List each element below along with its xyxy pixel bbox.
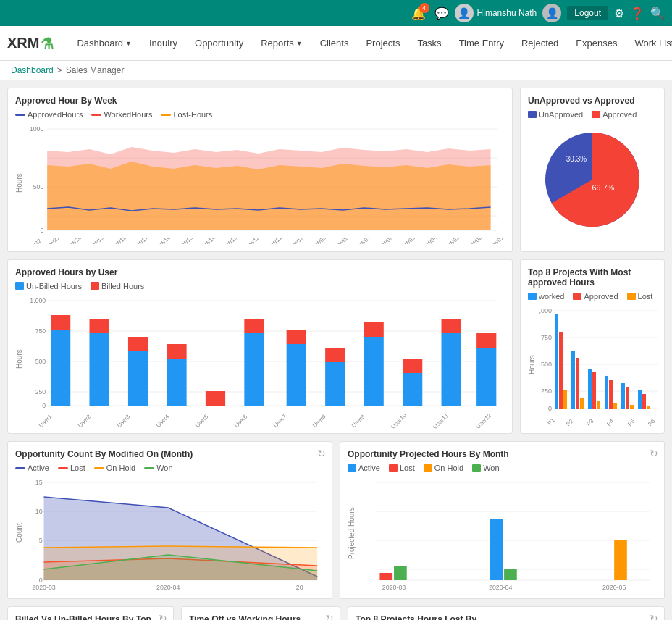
legend-proj-onhold: On Hold [424,464,463,472]
nav-expenses[interactable]: Expenses [567,26,626,61]
approved-by-user-legend: Un-Billed Hours Billed Hours [15,282,505,290]
top8-lost-title: Top 8 Projects Hours Lost By [356,614,657,620]
top8-projects-card: Top 8 Projects With Most approved Hours … [520,259,665,434]
nav-worklist[interactable]: Work List [626,26,672,61]
top-bar: 🔔 4 💬 👤 Himanshu Nath 👤 Logout ⚙ ❓ 🔍 [0,0,672,26]
legend-unapproved: UnApproved [528,110,583,119]
refresh-icon[interactable]: ↻ [317,448,326,459]
svg-text:2020-05: 2020-05 [602,584,626,591]
nav-reports[interactable]: Reports ▼ [252,26,311,61]
opp-projected-card: ↻ Opportunity Projected Hours By Month A… [340,441,665,599]
svg-rect-58 [605,376,608,409]
legend-approved-label: Approved [602,110,637,119]
pie-svg: 69.7% 30.3% [534,122,650,238]
legend-approved-hours: ApprovedHours [15,110,83,119]
x-axis-labels: W22 W21 W20 W19 W18 W17 W16 W15 W14 W13 … [26,238,505,244]
svg-rect-64 [638,390,642,409]
logo[interactable]: XRM ⚗ [7,35,54,52]
notification-badge: 4 [419,3,429,13]
svg-text:750: 750 [35,327,46,335]
search-icon[interactable]: 🔍 [650,7,665,20]
opp-proj-svg: 2020-03 2020-04 2020-05 [358,475,657,591]
legend-top8-lost-lbl: Lost [638,292,653,301]
breadcrumb: Dashboard > Sales Manager [0,61,672,80]
legend-proj-active-box [348,464,356,472]
opp-proj-body: Projected Hours [348,475,657,591]
top8-x-labels: P1 P2 P3 P4 P5 P6 [539,419,662,426]
nav-projects[interactable]: Projects [357,26,408,61]
time-off-refresh[interactable]: ↻ [325,613,334,620]
svg-rect-50 [559,332,563,409]
svg-text:2020-04: 2020-04 [156,584,180,591]
svg-rect-28 [287,330,306,344]
time-off-card: ↻ Time Off vs Working Hours Time Off Wor… [181,606,340,620]
settings-icon[interactable]: ⚙ [614,7,624,20]
svg-text:2020-03: 2020-03 [382,584,406,591]
svg-text:250: 250 [35,388,46,395]
chevron-down-icon: ▼ [296,40,303,47]
unapproved-vs-approved-card: UnApproved vs Approved UnApproved Approv… [520,88,665,252]
svg-rect-38 [476,333,496,348]
opp-count-area: 15 10 5 0 [26,475,324,591]
approved-by-user-body: Hours 1,000 750 500 250 0 [15,293,505,424]
svg-rect-92 [614,540,627,580]
chat-icon[interactable]: 💬 [434,7,449,20]
svg-rect-19 [89,319,109,333]
svg-text:0: 0 [548,405,552,412]
bar-billed [51,315,70,330]
breadcrumb-sep: > [57,65,62,75]
nav-inquiry[interactable]: Inquiry [140,26,186,61]
y-axis-label: Hours [15,293,23,424]
top8-title: Top 8 Projects With Most approved Hours [528,267,657,288]
bar-unbilled [51,330,70,406]
svg-text:500: 500 [541,361,552,368]
legend-approved-box [592,111,600,118]
svg-text:2020-04: 2020-04 [489,584,512,591]
nav-rejected[interactable]: Rejected [513,26,567,61]
legend-won: Won [144,464,172,472]
nav-tasks[interactable]: Tasks [408,26,450,61]
svg-text:20: 20 [296,584,303,591]
breadcrumb-home[interactable]: Dashboard [11,65,54,75]
top8-lost-card: ↻ Top 8 Projects Hours Lost By worked Ap… [348,606,665,620]
svg-rect-53 [576,358,579,409]
legend-billed-label: Billed Hours [101,282,144,290]
nav-clients[interactable]: Clients [311,26,358,61]
svg-text:10: 10 [35,508,43,515]
legend-worked-label: WorkedHours [104,110,152,119]
legend-lost-dot [58,467,68,469]
opportunity-count-title: Opportunity Count By Modified On (Month) [15,449,324,459]
approved-by-user-area: 1,000 750 500 250 0 [26,293,505,424]
notification-icon[interactable]: 🔔 4 [411,7,426,20]
logo-text: XRM [7,35,39,51]
logout-button[interactable]: Logout [567,6,608,20]
user-avatar-icon[interactable]: 👤 [542,4,561,22]
approved-hour-week-body: Hours 1000 500 0 [15,122,505,244]
approved-hour-week-title: Approved Hour By Week [15,96,505,106]
legend-active-dot [15,467,25,469]
svg-rect-36 [442,319,461,333]
billed-refresh[interactable]: ↻ [159,613,167,620]
user-info: 👤 Himanshu Nath [455,4,537,22]
chevron-down-icon: ▼ [125,40,132,47]
nav-time-entry[interactable]: Time Entry [450,26,513,61]
legend-worked-dot [91,114,101,116]
opp-projected-refresh[interactable]: ↻ [650,448,658,459]
avatar: 👤 [455,4,474,22]
svg-rect-24 [206,391,225,406]
svg-rect-32 [364,322,384,337]
row-1: Approved Hour By Week ApprovedHours Work… [7,88,665,252]
svg-rect-59 [609,380,613,409]
svg-rect-62 [626,387,629,409]
legend-top8-approved-lbl: Approved [584,292,618,301]
legend-top8-lost: Lost [627,292,653,301]
nav-opportunity[interactable]: Opportunity [186,26,252,61]
opp-count-svg: 15 10 5 0 [26,475,324,591]
svg-rect-51 [563,390,567,409]
legend-lost-hours: Lost-Hours [161,110,212,119]
top8-lost-refresh[interactable]: ↻ [650,613,658,620]
nav-dashboard[interactable]: Dashboard ▼ [68,26,140,61]
help-icon[interactable]: ❓ [630,7,644,20]
legend-top8-lost-box [627,293,636,300]
svg-rect-60 [613,403,617,409]
